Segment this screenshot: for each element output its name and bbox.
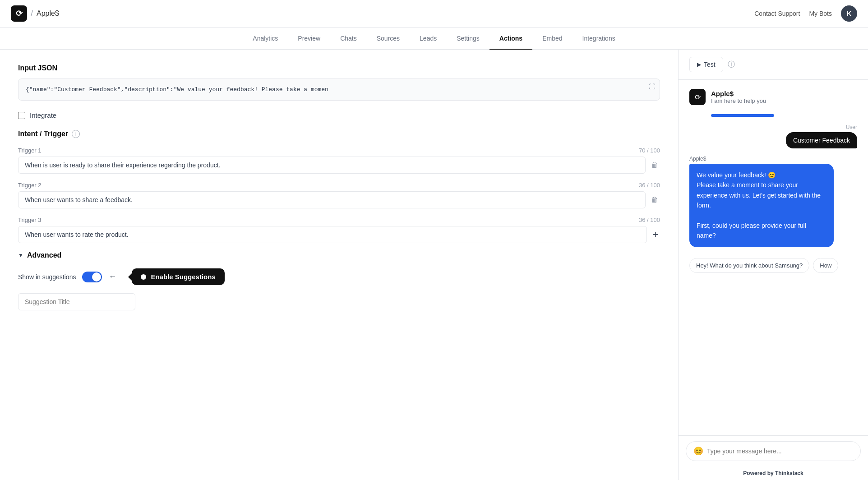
bot-header: ⟳ Apple$ I am here to help you xyxy=(689,89,857,105)
trigger-2-input-row: 🗑 xyxy=(18,191,660,208)
app-name: Apple$ xyxy=(37,9,59,18)
trigger-1-label-row: Trigger 1 70 / 100 xyxy=(18,147,660,154)
nav-chats[interactable]: Chats xyxy=(330,28,367,49)
chat-input[interactable] xyxy=(707,447,853,455)
right-panel: ▶ Test ⓘ ⟳ Apple$ I am here to help you … xyxy=(679,50,868,480)
chat-suggestions: Hey! What do you think about Samsung? Ho… xyxy=(689,258,857,273)
nav-leads[interactable]: Leads xyxy=(410,28,447,49)
json-value: {"name":"Customer Feedback","description… xyxy=(26,86,328,93)
show-in-suggestions-label: Show in suggestions xyxy=(18,273,76,281)
chat-input-row: 😊 xyxy=(686,441,861,461)
header-right: Contact Support My Bots K xyxy=(754,5,857,22)
nav-sources[interactable]: Sources xyxy=(367,28,410,49)
enable-suggestions-label: Enable Suggestions xyxy=(151,273,215,281)
left-panel: Input JSON {"name":"Customer Feedback","… xyxy=(0,50,679,480)
trigger-1-block: Trigger 1 70 / 100 🗑 xyxy=(18,147,660,174)
user-label: User xyxy=(786,124,857,130)
powered-by-label: Powered by xyxy=(743,470,773,476)
intent-trigger-header: Intent / Trigger i xyxy=(18,130,660,138)
contact-support-link[interactable]: Contact Support xyxy=(754,10,800,17)
trigger-1-input[interactable] xyxy=(18,157,646,174)
trigger-1-delete-button[interactable]: 🗑 xyxy=(649,159,660,171)
trigger-1-input-row: 🗑 xyxy=(18,157,660,174)
intent-info-icon[interactable]: i xyxy=(72,130,80,138)
integrate-label: Integrate xyxy=(30,111,56,119)
advanced-chevron-icon: ▼ xyxy=(18,252,23,258)
nav-settings[interactable]: Settings xyxy=(447,28,489,49)
nav-actions[interactable]: Actions xyxy=(489,28,532,49)
show-in-suggestions-toggle[interactable] xyxy=(82,272,102,282)
trigger-2-input[interactable] xyxy=(18,191,646,208)
nav-preview[interactable]: Preview xyxy=(288,28,330,49)
integrate-checkbox[interactable] xyxy=(18,112,25,119)
bot-message-block: Apple$ We value your feedback! 😊 Please … xyxy=(689,156,857,247)
trigger-2-label-row: Trigger 2 36 / 100 xyxy=(18,182,660,189)
emoji-icon[interactable]: 😊 xyxy=(693,446,703,456)
header-left: ⟳ / Apple$ xyxy=(11,5,59,22)
arrow-icon: ← xyxy=(108,272,116,281)
bot-blue-bar xyxy=(711,114,774,117)
suggestion-chip-0[interactable]: Hey! What do you think about Samsung? xyxy=(689,258,809,273)
nav: Analytics Preview Chats Sources Leads Se… xyxy=(0,28,868,50)
bot-subtitle: I am here to help you xyxy=(711,97,766,104)
header: ⟳ / Apple$ Contact Support My Bots K xyxy=(0,0,868,28)
test-button[interactable]: ▶ Test xyxy=(689,57,723,72)
logo-icon[interactable]: ⟳ xyxy=(11,5,27,22)
trigger-3-input-row: + xyxy=(18,226,660,243)
powered-by: Powered by Thinkstack xyxy=(679,466,868,480)
callout-dot-icon xyxy=(141,274,146,280)
advanced-header[interactable]: ▼ Advanced xyxy=(18,251,660,259)
chat-input-area: 😊 xyxy=(679,435,868,466)
suggestion-title-input[interactable] xyxy=(18,293,135,310)
suggestion-chip-1[interactable]: How xyxy=(813,258,838,273)
bot-info: Apple$ I am here to help you xyxy=(711,90,766,104)
user-message-row: User Customer Feedback xyxy=(689,124,857,148)
toggle-knob xyxy=(92,272,101,281)
avatar[interactable]: K xyxy=(841,5,857,22)
nav-integrations[interactable]: Integrations xyxy=(573,28,625,49)
user-message-block: User Customer Feedback xyxy=(786,124,857,148)
trigger-3-add-button[interactable]: + xyxy=(651,227,660,242)
nav-embed[interactable]: Embed xyxy=(532,28,572,49)
trigger-2-count: 36 / 100 xyxy=(639,182,660,189)
test-info-icon[interactable]: ⓘ xyxy=(728,60,735,69)
test-bar: ▶ Test ⓘ xyxy=(679,50,868,80)
trigger-3-label: Trigger 3 xyxy=(18,217,42,223)
advanced-title: Advanced xyxy=(27,251,61,259)
trigger-3-label-row: Trigger 3 36 / 100 xyxy=(18,217,660,223)
expand-icon[interactable]: ⛶ xyxy=(649,83,655,91)
json-input-box[interactable]: {"name":"Customer Feedback","description… xyxy=(18,78,660,101)
my-bots-link[interactable]: My Bots xyxy=(809,10,832,17)
bot-bubble: We value your feedback! 😊 Please take a … xyxy=(689,164,834,247)
trigger-2-block: Trigger 2 36 / 100 🗑 xyxy=(18,182,660,208)
trigger-2-delete-button[interactable]: 🗑 xyxy=(649,194,660,206)
trigger-1-label: Trigger 1 xyxy=(18,147,42,154)
trigger-3-count: 36 / 100 xyxy=(639,217,660,223)
bot-sender-label: Apple$ xyxy=(689,156,857,162)
test-label: Test xyxy=(704,61,716,68)
separator: / xyxy=(31,9,33,18)
trigger-3-block: Trigger 3 36 / 100 + xyxy=(18,217,660,243)
intent-trigger-title: Intent / Trigger xyxy=(18,130,68,138)
play-icon: ▶ xyxy=(697,61,701,68)
input-json-label: Input JSON xyxy=(18,64,660,72)
user-bubble: Customer Feedback xyxy=(786,132,857,148)
trigger-2-label: Trigger 2 xyxy=(18,182,42,189)
suggestions-row: Show in suggestions ← Enable Suggestions xyxy=(18,268,660,285)
trigger-1-count: 70 / 100 xyxy=(639,147,660,154)
nav-analytics[interactable]: Analytics xyxy=(243,28,288,49)
trigger-3-input[interactable] xyxy=(18,226,647,243)
main-layout: Input JSON {"name":"Customer Feedback","… xyxy=(0,50,868,480)
chat-area: ⟳ Apple$ I am here to help you User Cust… xyxy=(679,80,868,435)
enable-suggestions-callout: Enable Suggestions xyxy=(132,268,224,285)
bot-avatar-icon: ⟳ xyxy=(689,89,706,105)
powered-by-brand: Thinkstack xyxy=(775,470,803,476)
integrate-row: Integrate xyxy=(18,111,660,119)
bot-name: Apple$ xyxy=(711,90,766,97)
